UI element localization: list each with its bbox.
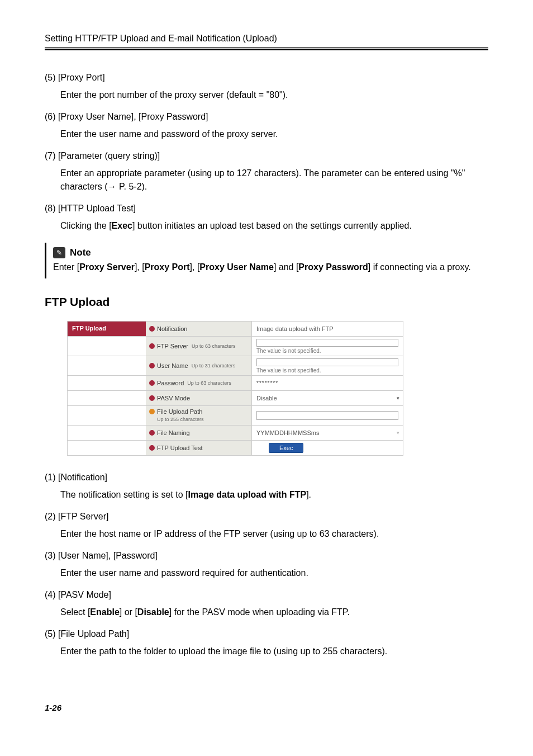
document-page: Setting HTTP/FTP Upload and E-mail Notif…	[0, 0, 533, 735]
page-header-title: Setting HTTP/FTP Upload and E-mail Notif…	[45, 34, 488, 44]
item-body: Enter the port number of the proxy serve…	[60, 88, 488, 102]
ftp-label: PASV Mode	[157, 395, 190, 401]
ftp-row-pasv: PASV Mode Disable ▾	[68, 391, 403, 406]
item-notification: (1) [Notification] The notification sett…	[45, 472, 488, 502]
ftp-server-input[interactable]	[256, 339, 398, 347]
ftp-upload-panel: FTP Upload Notification Image data uploa…	[67, 321, 403, 456]
item-title: [FTP Server]	[58, 512, 108, 521]
status-dot-icon	[149, 395, 155, 401]
ftp-left-blank	[68, 356, 146, 375]
item-heading: (4) [PASV Mode]	[45, 590, 488, 600]
ftp-sublabel: Up to 63 characters	[187, 380, 231, 386]
item-heading: (3) [User Name], [Password]	[45, 551, 488, 561]
ftp-pasv-select[interactable]: Disable ▾	[252, 391, 403, 405]
item-number: (8)	[45, 204, 56, 213]
note-icon: ✎	[53, 247, 65, 258]
note-block: ✎ Note Enter [Proxy Server], [Proxy Port…	[45, 243, 488, 278]
note-body: Enter [Proxy Server], [Proxy Port], [Pro…	[53, 261, 488, 274]
ftp-label: FTP Upload Test	[157, 445, 203, 451]
ftp-row-password: Password Up to 63 characters ********	[68, 376, 403, 391]
ftp-row-username: User Name Up to 31 characters The value …	[68, 356, 403, 376]
item-title: [File Upload Path]	[58, 629, 129, 639]
header-rule-thin	[45, 47, 488, 48]
item-number: (5)	[45, 629, 56, 639]
text-fragment: ], [	[190, 262, 200, 272]
text-fragment: The notification setting is set to [	[60, 490, 188, 499]
text-fragment: Select [	[60, 607, 90, 617]
item-username-password: (3) [User Name], [Password] Enter the us…	[45, 551, 488, 580]
status-dot-icon	[149, 343, 155, 349]
ftp-validation-msg: The value is not specified.	[256, 348, 398, 354]
ftp-label-cell: User Name Up to 31 characters	[146, 356, 252, 375]
ftp-label: Notification	[157, 325, 187, 332]
select-value: YYMMDDHHMMSSms	[256, 429, 319, 436]
ftp-left-blank	[68, 406, 146, 425]
item-heading: (7) [Parameter (query string)]	[45, 151, 488, 161]
item-number: (6)	[45, 112, 56, 121]
ftp-value-cell: The value is not specified.	[252, 337, 403, 356]
bold-fragment: Proxy Server	[79, 262, 135, 272]
ftp-label: File Upload Path	[157, 408, 202, 415]
item-number: (4)	[45, 590, 56, 599]
ftp-row-server: FTP Server Up to 63 characters The value…	[68, 337, 403, 356]
item-title: [Notification]	[58, 472, 107, 482]
note-title: Note	[70, 247, 91, 258]
bold-fragment: Proxy Port	[145, 262, 190, 272]
ftp-panel-header: FTP Upload	[68, 322, 146, 336]
ftp-label-cell: Password Up to 63 characters	[146, 376, 252, 390]
ftp-row-upload-test: FTP Upload Test Exec	[68, 441, 403, 455]
ftp-label: Password	[157, 380, 184, 386]
text-fragment: ] and [	[274, 262, 298, 272]
note-title-row: ✎ Note	[53, 247, 488, 258]
ftp-username-input[interactable]	[256, 358, 398, 366]
item-title: [User Name], [Password]	[58, 551, 158, 560]
item-body: Enter an appropriate parameter (using up…	[60, 167, 488, 193]
item-title: [Proxy User Name], [Proxy Password]	[58, 112, 208, 121]
item-heading: (6) [Proxy User Name], [Proxy Password]	[45, 112, 488, 122]
ftp-upload-path-input[interactable]	[256, 411, 398, 420]
item-body: Enter the user name and password of the …	[60, 127, 488, 141]
status-dot-icon	[149, 409, 155, 414]
item-file-upload-path: (5) [File Upload Path] Enter the path to…	[45, 629, 488, 658]
ftp-file-naming-select[interactable]: YYMMDDHHMMSSms ▾	[252, 426, 403, 440]
ftp-label-cell: PASV Mode	[146, 391, 252, 405]
ftp-sublabel: Up to 255 characters	[157, 417, 248, 423]
item-body: Enter the host name or IP address of the…	[60, 527, 488, 541]
item-heading: (1) [Notification]	[45, 472, 488, 483]
bold-fragment: Image data upload with FTP	[188, 490, 307, 499]
ftp-value-cell: Image data upload with FTP	[252, 322, 403, 336]
item-parameter-query: (7) [Parameter (query string)] Enter an …	[45, 151, 488, 193]
ftp-value-cell: Exec	[252, 441, 403, 455]
text-fragment: ] for the PASV mode when uploading via F…	[169, 607, 350, 617]
item-pasv-mode: (4) [PASV Mode] Select [Enable] or [Disa…	[45, 590, 488, 619]
status-dot-icon	[149, 445, 155, 451]
item-heading: (8) [HTTP Upload Test]	[45, 204, 488, 214]
ftp-row-file-naming: File Naming YYMMDDHHMMSSms ▾	[68, 426, 403, 441]
section-title-ftp-upload: FTP Upload	[45, 295, 488, 309]
item-http-upload-test: (8) [HTTP Upload Test] Clicking the [Exe…	[45, 204, 488, 233]
exec-button[interactable]: Exec	[269, 443, 303, 453]
ftp-label-cell: FTP Server Up to 63 characters	[146, 337, 252, 356]
ftp-left-blank	[68, 391, 146, 405]
status-dot-icon	[149, 380, 155, 386]
item-title: [Parameter (query string)]	[58, 151, 160, 160]
page-number: 1-26	[45, 703, 488, 712]
ftp-label-cell: File Naming	[146, 426, 252, 440]
text-fragment: ], [	[135, 262, 145, 272]
item-number: (7)	[45, 151, 56, 160]
item-number: (5)	[45, 73, 56, 82]
ftp-validation-msg: The value is not specified.	[256, 367, 398, 374]
item-body: Enter the user name and password require…	[60, 566, 488, 580]
ftp-sublabel: Up to 31 characters	[192, 363, 236, 368]
item-number: (2)	[45, 512, 56, 521]
item-heading: (2) [FTP Server]	[45, 512, 488, 522]
select-value: Disable	[256, 395, 277, 401]
ftp-row-upload-path: File Upload Path Up to 255 characters	[68, 406, 403, 426]
ftp-label: User Name	[157, 362, 188, 369]
status-dot-icon	[149, 363, 155, 368]
item-body: Clicking the [Exec] button initiates an …	[60, 219, 488, 233]
text-fragment: ] if connecting via a proxy.	[368, 262, 471, 272]
text-fragment: Enter [	[53, 262, 79, 272]
bold-fragment: Enable	[90, 607, 119, 617]
ftp-row-notification: FTP Upload Notification Image data uploa…	[68, 322, 403, 337]
